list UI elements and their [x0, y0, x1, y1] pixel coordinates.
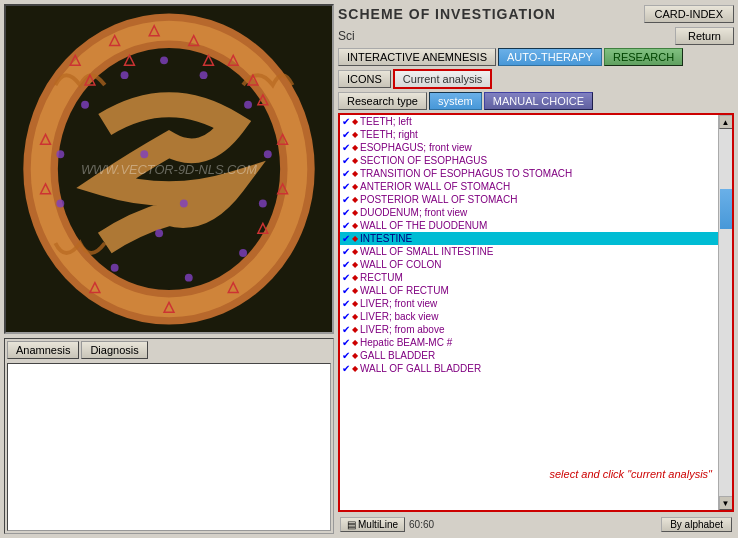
list-item[interactable]: ✔◆LIVER; front view [340, 297, 718, 310]
diamond-icon: ◆ [352, 286, 358, 295]
svg-point-29 [56, 150, 64, 158]
list-item[interactable]: ✔◆WALL OF RECTUM [340, 284, 718, 297]
list-item[interactable]: ✔◆POSTERIOR WALL OF STOMACH [340, 193, 718, 206]
list-item[interactable]: ✔◆TEETH; left [340, 115, 718, 128]
list-item[interactable]: ✔◆LIVER; back view [340, 310, 718, 323]
list-item[interactable]: ✔◆WALL OF GALL BLADDER [340, 362, 718, 375]
list-item-label: GALL BLADDER [360, 350, 435, 361]
check-icon: ✔ [342, 350, 350, 361]
list-item-label: RECTUM [360, 272, 403, 283]
diamond-icon: ◆ [352, 338, 358, 347]
intestine-image-area: WWW.VECTOR-9D-NLS.COM [4, 4, 334, 334]
diamond-icon: ◆ [352, 260, 358, 269]
organ-list[interactable]: ✔◆TEETH; left✔◆TEETH; right✔◆ESOPHAGUS; … [340, 115, 718, 510]
multiline-button[interactable]: ▤ MultiLine [340, 517, 405, 532]
list-item[interactable]: ✔◆TEETH; right [340, 128, 718, 141]
list-item-label: INTESTINE [360, 233, 412, 244]
multiline-label: MultiLine [358, 519, 398, 530]
list-item-label: WALL OF GALL BLADDER [360, 363, 481, 374]
organ-list-area: ✔◆TEETH; left✔◆TEETH; right✔◆ESOPHAGUS; … [338, 113, 734, 512]
anamnesis-panel: Anamnesis Diagnosis [4, 338, 334, 534]
svg-point-32 [185, 274, 193, 282]
list-item-label: LIVER; front view [360, 298, 437, 309]
auto-therapy-button[interactable]: AUTO-THERAPY [498, 48, 602, 66]
anamnesis-button[interactable]: Anamnesis [7, 341, 79, 359]
coords-label: 60:60 [409, 519, 434, 530]
system-button[interactable]: system [429, 92, 482, 110]
list-item[interactable]: ✔◆GALL BLADDER [340, 349, 718, 362]
current-analysis-button[interactable]: Current analysis [393, 69, 492, 89]
check-icon: ✔ [342, 207, 350, 218]
check-icon: ✔ [342, 220, 350, 231]
list-item-label: DUODENUM; front view [360, 207, 467, 218]
diamond-icon: ◆ [352, 143, 358, 152]
list-item-label: ESOPHAGUS; front view [360, 142, 472, 153]
svg-point-28 [239, 249, 247, 257]
svg-point-24 [200, 71, 208, 79]
by-alphabet-button[interactable]: By alphabet [661, 517, 732, 532]
diamond-icon: ◆ [352, 130, 358, 139]
check-icon: ✔ [342, 181, 350, 192]
list-item-label: WALL OF THE DUODENUM [360, 220, 487, 231]
list-item-label: LIVER; from above [360, 324, 444, 335]
list-item[interactable]: ✔◆LIVER; from above [340, 323, 718, 336]
diagnosis-button[interactable]: Diagnosis [81, 341, 147, 359]
card-index-button[interactable]: CARD-INDEX [644, 5, 734, 23]
diamond-icon: ◆ [352, 364, 358, 373]
icons-row: ICONS Current analysis [338, 69, 734, 89]
list-item[interactable]: ✔◆ESOPHAGUS; front view [340, 141, 718, 154]
scheme-title: SCHEME OF INVESTIGATION [338, 4, 556, 24]
check-icon: ✔ [342, 129, 350, 140]
diamond-icon: ◆ [352, 169, 358, 178]
return-button[interactable]: Return [675, 27, 734, 45]
list-item[interactable]: ✔◆SECTION OF ESOPHAGUS [340, 154, 718, 167]
list-item[interactable]: ✔◆WALL OF THE DUODENUM [340, 219, 718, 232]
diamond-icon: ◆ [352, 351, 358, 360]
check-icon: ✔ [342, 311, 350, 322]
svg-point-26 [264, 150, 272, 158]
list-item[interactable]: ✔◆DUODENUM; front view [340, 206, 718, 219]
svg-point-30 [56, 200, 64, 208]
bottom-bar: ▤ MultiLine 60:60 By alphabet [338, 515, 734, 534]
list-item-label: SECTION OF ESOPHAGUS [360, 155, 487, 166]
multiline-area: ▤ MultiLine 60:60 [340, 517, 434, 532]
vertical-scrollbar[interactable]: ▲ ▼ [718, 115, 732, 510]
check-icon: ✔ [342, 298, 350, 309]
research-type-button[interactable]: Research type [338, 92, 427, 110]
research-button[interactable]: RESEARCH [604, 48, 683, 66]
svg-point-33 [140, 150, 148, 158]
list-item[interactable]: ✔◆ANTERIOR WALL OF STOMACH [340, 180, 718, 193]
svg-point-35 [155, 229, 163, 237]
interactive-anemnesis-button[interactable]: INTERACTIVE ANEMNESIS [338, 48, 496, 66]
list-item[interactable]: ✔◆TRANSITION OF ESOPHAGUS TO STOMACH [340, 167, 718, 180]
check-icon: ✔ [342, 324, 350, 335]
list-item-label: LIVER; back view [360, 311, 438, 322]
diamond-icon: ◆ [352, 156, 358, 165]
list-item[interactable]: ✔◆WALL OF COLON [340, 258, 718, 271]
list-item[interactable]: ✔◆Hepatic BEAM-MC # [340, 336, 718, 349]
scroll-up-arrow[interactable]: ▲ [719, 115, 733, 129]
list-item-label: TEETH; left [360, 116, 412, 127]
icons-button[interactable]: ICONS [338, 70, 391, 88]
list-item-label: POSTERIOR WALL OF STOMACH [360, 194, 517, 205]
manual-choice-button[interactable]: MANUAL CHOICE [484, 92, 593, 110]
diamond-icon: ◆ [352, 312, 358, 321]
select-hint: select and click "current analysis" [550, 468, 713, 480]
right-panel: SCHEME OF INVESTIGATION CARD-INDEX Sci R… [338, 4, 734, 534]
diamond-icon: ◆ [352, 247, 358, 256]
scroll-thumb[interactable] [720, 189, 732, 229]
panel-content-area [7, 363, 331, 531]
list-item[interactable]: ✔◆INTESTINE [340, 232, 718, 245]
list-item-label: WALL OF RECTUM [360, 285, 449, 296]
check-icon: ✔ [342, 363, 350, 374]
check-icon: ✔ [342, 116, 350, 127]
check-icon: ✔ [342, 285, 350, 296]
check-icon: ✔ [342, 194, 350, 205]
diamond-icon: ◆ [352, 208, 358, 217]
therapy-row: INTERACTIVE ANEMNESIS AUTO-THERAPY RESEA… [338, 48, 734, 66]
list-item[interactable]: ✔◆WALL OF SMALL INTESTINE [340, 245, 718, 258]
list-item[interactable]: ✔◆RECTUM [340, 271, 718, 284]
svg-point-25 [244, 101, 252, 109]
list-item-label: WALL OF COLON [360, 259, 442, 270]
scroll-down-arrow[interactable]: ▼ [719, 496, 733, 510]
